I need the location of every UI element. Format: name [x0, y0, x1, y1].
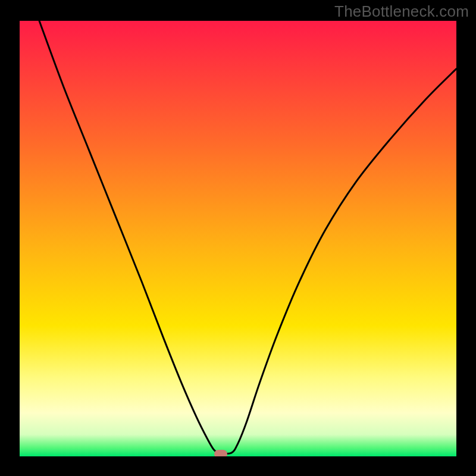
- min-marker: [214, 450, 227, 456]
- chart-container: TheBottleneck.com: [0, 0, 476, 476]
- plot-area: [20, 21, 456, 456]
- bottleneck-curve-svg: [20, 21, 456, 456]
- watermark-text: TheBottleneck.com: [334, 2, 469, 21]
- bottleneck-curve: [39, 21, 456, 454]
